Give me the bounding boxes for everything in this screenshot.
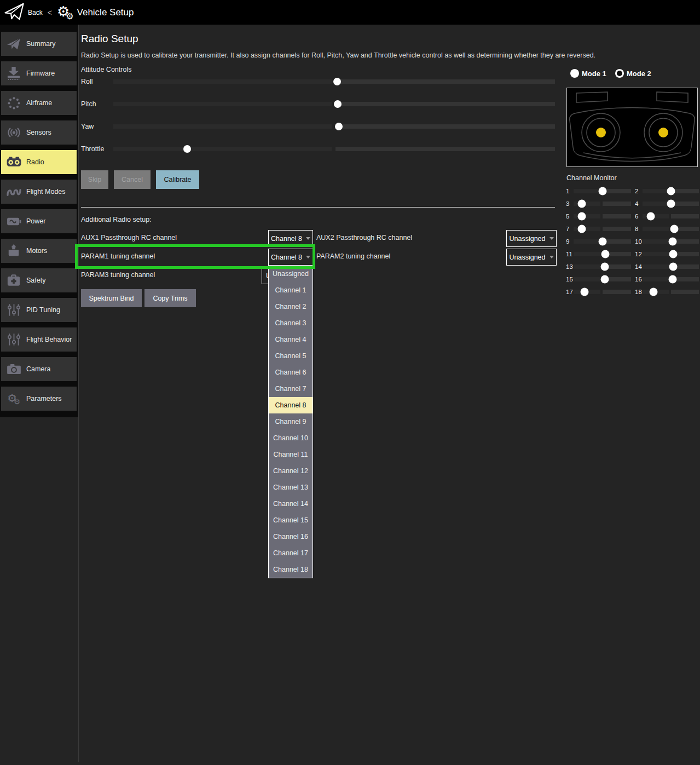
dropdown-option[interactable]: Channel 4 xyxy=(269,331,313,348)
copy-trims-button[interactable]: Copy Trims xyxy=(144,289,196,307)
mode2-label: Mode 2 xyxy=(627,70,651,78)
channel-thumb xyxy=(668,237,676,245)
throttle-slider xyxy=(113,147,555,151)
dropdown-option[interactable]: Channel 11 xyxy=(269,446,313,463)
sidebar-item-pid-tuning[interactable]: PID Tuning xyxy=(1,298,77,322)
dropdown-option[interactable]: Channel 14 xyxy=(269,496,313,512)
skip-button[interactable]: Skip xyxy=(81,170,108,189)
first-aid-icon xyxy=(1,274,26,287)
roll-slider-thumb[interactable] xyxy=(333,78,341,85)
dropdown-option[interactable]: Channel 3 xyxy=(269,315,313,331)
battery-icon xyxy=(1,215,26,228)
channel-bar xyxy=(643,227,699,231)
sidebar-item-label: Flight Behavior xyxy=(26,336,72,343)
aux2-label: AUX2 Passthrough RC channel xyxy=(316,234,412,241)
sliders-icon xyxy=(1,333,26,346)
channel-monitor-row: 1 2 xyxy=(566,185,698,197)
sidebar-item-flight-behavior[interactable]: Flight Behavior xyxy=(1,327,77,352)
aux1-channel-dropdown[interactable]: Channel 8 xyxy=(268,230,313,247)
channel-monitor-row: 9 10 xyxy=(566,235,698,248)
cancel-button[interactable]: Cancel xyxy=(114,170,151,189)
param2-channel-dropdown[interactable]: Unassigned xyxy=(506,249,557,266)
channel-number: 10 xyxy=(635,238,641,245)
dropdown-option[interactable]: Channel 10 xyxy=(269,430,313,446)
top-bar: Back < ⚙⚙ Vehicle Setup xyxy=(0,0,700,25)
channel-thumb xyxy=(577,225,586,233)
sidebar-item-flight-modes[interactable]: Flight Modes xyxy=(1,180,77,204)
qgc-paper-plane-logo[interactable] xyxy=(4,2,25,23)
sidebar-divider xyxy=(78,25,79,762)
sidebar-item-label: Firmware xyxy=(26,70,55,77)
yaw-label: Yaw xyxy=(81,123,94,130)
dropdown-option[interactable]: Channel 7 xyxy=(269,381,313,397)
channel-bar xyxy=(643,264,699,269)
channel-bar xyxy=(574,290,631,294)
mode1-radio-button[interactable] xyxy=(570,69,579,78)
sidebar-item-sensors[interactable]: Sensors xyxy=(1,120,77,145)
sidebar-item-power[interactable]: Power xyxy=(1,209,77,233)
aux2-channel-dropdown[interactable]: Unassigned xyxy=(506,230,557,247)
yaw-slider-thumb[interactable] xyxy=(335,123,343,130)
chevron-down-icon xyxy=(549,237,554,240)
dropdown-option[interactable]: Channel 18 xyxy=(269,561,313,578)
pitch-slider xyxy=(113,102,555,106)
back-button[interactable]: Back xyxy=(28,9,43,16)
channel-thumb xyxy=(600,262,609,271)
firmware-download-icon xyxy=(1,67,26,80)
channel-number: 5 xyxy=(566,213,572,220)
channel-number: 8 xyxy=(635,226,641,232)
channel-monitor-row: 7 8 xyxy=(566,222,698,235)
channel-thumb xyxy=(649,287,657,296)
param3-label: PARAM3 tuning channel xyxy=(81,271,155,279)
spektrum-bind-button[interactable]: Spektrum Bind xyxy=(81,289,142,307)
sidebar-item-camera[interactable]: Camera xyxy=(1,357,77,381)
sidebar-item-radio[interactable]: Radio xyxy=(1,150,77,174)
sensors-signal-icon xyxy=(1,126,26,139)
dropdown-option[interactable]: Channel 9 xyxy=(269,413,313,430)
left-stick-dot xyxy=(596,128,606,137)
dropdown-option[interactable]: Channel 15 xyxy=(269,512,313,528)
sidebar-item-summary[interactable]: Summary xyxy=(1,32,77,56)
channel-number: 17 xyxy=(566,289,572,295)
section-divider xyxy=(81,207,555,208)
dropdown-option-selected[interactable]: Channel 8 xyxy=(269,397,313,413)
dropdown-option[interactable]: Unassigned xyxy=(269,266,313,282)
dropdown-option[interactable]: Channel 12 xyxy=(269,463,313,479)
sidebar-item-label: Power xyxy=(26,217,45,225)
channel-thumb xyxy=(577,212,586,220)
channel-number: 12 xyxy=(635,251,641,257)
channel-monitor-row: 13 14 xyxy=(566,260,698,273)
sidebar-item-airframe[interactable]: Airframe xyxy=(1,91,77,115)
camera-icon xyxy=(1,364,26,375)
param1-channel-dropdown[interactable]: Channel 8 xyxy=(268,249,313,266)
sidebar-item-parameters[interactable]: ⚙⚙ Parameters xyxy=(1,387,77,411)
right-stick-dot xyxy=(658,128,668,137)
airframe-dots-icon xyxy=(1,97,26,110)
chevron-down-icon xyxy=(549,256,554,258)
sidebar-item-safety[interactable]: Safety xyxy=(1,268,77,292)
dropdown-option[interactable]: Channel 5 xyxy=(269,348,313,364)
channel-bar xyxy=(574,239,631,244)
motor-icon xyxy=(1,244,26,257)
mode2-radio-button[interactable] xyxy=(615,69,624,78)
dropdown-option[interactable]: Channel 13 xyxy=(269,479,313,496)
throttle-slider-thumb[interactable] xyxy=(183,145,191,153)
dropdown-option[interactable]: Channel 6 xyxy=(269,364,313,381)
pitch-slider-thumb[interactable] xyxy=(334,100,342,108)
dropdown-option[interactable]: Channel 1 xyxy=(269,282,313,298)
channel-number: 18 xyxy=(635,289,641,295)
roll-slider xyxy=(113,79,555,84)
channel-thumb xyxy=(670,225,678,233)
dropdown-option[interactable]: Channel 16 xyxy=(269,528,313,545)
sidebar-item-label: Summary xyxy=(26,40,55,48)
channel-bar xyxy=(574,227,631,231)
dropdown-option[interactable]: Channel 17 xyxy=(269,545,313,561)
dropdown-option[interactable]: Channel 2 xyxy=(269,298,313,315)
channel-thumb xyxy=(668,275,676,283)
channel-number: 4 xyxy=(635,200,641,207)
sidebar-item-motors[interactable]: Motors xyxy=(1,239,77,263)
channel-monitor-row: 17 18 xyxy=(566,285,698,298)
channel-number: 2 xyxy=(635,188,641,194)
sidebar-item-firmware[interactable]: Firmware xyxy=(1,61,77,85)
calibrate-button[interactable]: Calibrate xyxy=(156,170,199,189)
